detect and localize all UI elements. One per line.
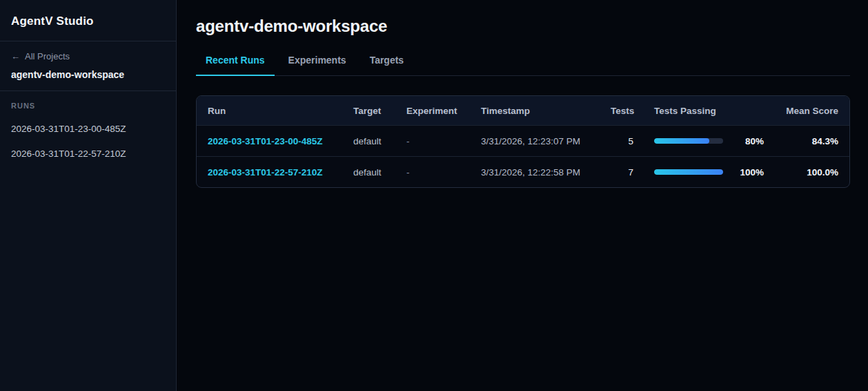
tab-experiments[interactable]: Experiments — [279, 55, 356, 76]
runs-section-label: RUNS — [11, 102, 165, 110]
main-content: agentv-demo-workspace Recent Runs Experi… — [177, 0, 868, 391]
experiment-cell: - — [406, 136, 481, 146]
table-row: 2026-03-31T01-23-00-485Z default - 3/31/… — [197, 125, 849, 156]
project-section: ← All Projects agentv-demo-workspace — [0, 41, 176, 91]
sidebar-run-item[interactable]: 2026-03-31T01-23-00-485Z — [11, 119, 165, 139]
progress-bar — [654, 169, 723, 175]
col-header-target: Target — [353, 106, 406, 116]
page-title: agentv-demo-workspace — [196, 17, 850, 36]
sidebar-workspace-name: agentv-demo-workspace — [11, 69, 165, 80]
col-header-timestamp: Timestamp — [481, 106, 611, 116]
timestamp-cell: 3/31/2026, 12:22:58 PM — [481, 167, 611, 178]
sidebar-header: AgentV Studio — [0, 0, 176, 41]
target-cell: default — [353, 136, 406, 146]
mean-score-cell: 100.0% — [764, 167, 838, 178]
mean-score-cell: 84.3% — [764, 136, 838, 146]
tab-targets[interactable]: Targets — [360, 55, 414, 76]
col-header-tests-passing: Tests Passing — [633, 106, 764, 116]
col-header-tests: Tests — [611, 106, 633, 116]
passing-percent: 100% — [740, 167, 764, 178]
timestamp-cell: 3/31/2026, 12:23:07 PM — [481, 136, 611, 146]
tests-cell: 5 — [611, 136, 633, 146]
table-row: 2026-03-31T01-22-57-210Z default - 3/31/… — [197, 156, 849, 187]
runs-table: Run Target Experiment Timestamp Tests Te… — [196, 95, 850, 188]
tests-cell: 7 — [611, 167, 633, 178]
progress-fill — [654, 138, 709, 144]
progress-bar — [654, 138, 723, 144]
col-header-mean-score: Mean Score — [764, 106, 838, 116]
runs-table-body: 2026-03-31T01-23-00-485Z default - 3/31/… — [197, 125, 849, 187]
run-link[interactable]: 2026-03-31T01-23-00-485Z — [208, 136, 353, 146]
sidebar: AgentV Studio ← All Projects agentv-demo… — [0, 0, 177, 391]
passing-cell: 80% — [633, 136, 764, 146]
target-cell: default — [353, 167, 406, 178]
sidebar-runs-list: 2026-03-31T01-23-00-485Z 2026-03-31T01-2… — [11, 119, 165, 164]
passing-cell: 100% — [633, 167, 764, 178]
col-header-run: Run — [208, 106, 353, 116]
all-projects-label: All Projects — [25, 51, 70, 61]
tabbar: Recent Runs Experiments Targets — [196, 55, 850, 76]
sidebar-run-item[interactable]: 2026-03-31T01-22-57-210Z — [11, 144, 165, 164]
app-title: AgentV Studio — [11, 15, 165, 28]
experiment-cell: - — [406, 167, 481, 178]
passing-percent: 80% — [745, 136, 764, 146]
tab-recent-runs[interactable]: Recent Runs — [196, 55, 275, 76]
back-arrow-icon: ← — [11, 51, 20, 61]
progress-fill — [654, 169, 723, 175]
runs-table-header: Run Target Experiment Timestamp Tests Te… — [197, 96, 849, 125]
runs-section: RUNS 2026-03-31T01-23-00-485Z 2026-03-31… — [0, 91, 176, 179]
col-header-experiment: Experiment — [406, 106, 481, 116]
run-link[interactable]: 2026-03-31T01-22-57-210Z — [208, 167, 353, 178]
all-projects-link[interactable]: ← All Projects — [11, 51, 165, 61]
